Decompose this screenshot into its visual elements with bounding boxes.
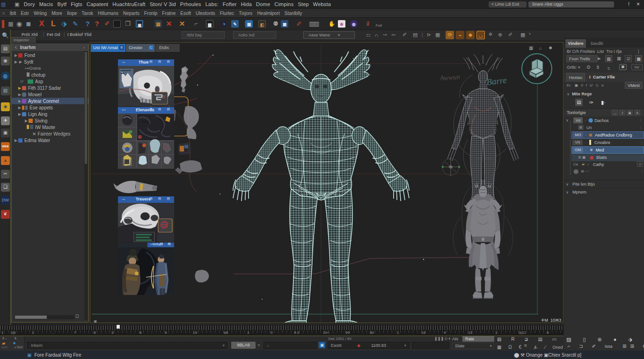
svg-text:⌂: ⌂ — [539, 45, 542, 50]
svg-text:✛M 10Ж3: ✛M 10Ж3 — [541, 318, 561, 323]
svg-text:Barre: Barre — [486, 75, 507, 87]
svg-text:▦: ▦ — [529, 45, 533, 50]
svg-text:✹: ✹ — [549, 45, 552, 50]
svg-text:Awwun: Awwun — [439, 73, 460, 82]
svg-text:▣: ▣ — [94, 319, 97, 323]
